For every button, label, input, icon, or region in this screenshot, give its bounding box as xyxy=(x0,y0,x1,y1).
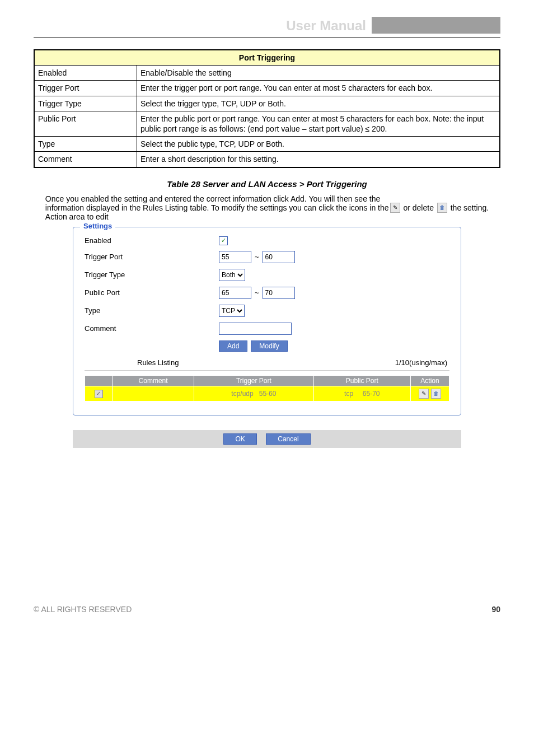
def-desc: Enter the trigger port or port range. Yo… xyxy=(137,81,500,96)
tilde-text: ~ xyxy=(255,288,259,297)
footer-manual: © ALL RIGHTS RESERVED xyxy=(34,605,132,614)
trigger-port-label: Trigger Port xyxy=(85,253,219,261)
enabled-checkbox[interactable]: ✓ xyxy=(219,236,228,245)
edit-note-pre: or delete xyxy=(401,203,436,212)
definitions-table: Port Triggering Enabled Enable/Disable t… xyxy=(34,49,500,168)
edit-icon: ✎ xyxy=(390,203,400,213)
table-row: Comment Enter a short description for th… xyxy=(34,152,500,167)
col-enabled xyxy=(85,375,113,386)
def-label: Enabled xyxy=(34,66,137,81)
footer-page-number: 90 xyxy=(491,605,500,614)
tilde-text: ~ xyxy=(255,253,259,261)
type-label: Type xyxy=(85,306,219,315)
footer-button-bar: OK Cancel xyxy=(73,430,461,448)
table-row: Enabled Enable/Disable the setting xyxy=(34,66,500,81)
def-desc: Enable/Disable the setting xyxy=(137,66,500,81)
def-label: Type xyxy=(34,137,137,152)
comment-label: Comment xyxy=(85,324,219,333)
cancel-button[interactable]: Cancel xyxy=(266,433,310,445)
col-comment: Comment xyxy=(113,375,194,386)
trash-icon: 🗑 xyxy=(437,203,447,213)
table-row: ✓ tcp/udp 55-60 tcp 65-70 ✎ 🗑 xyxy=(85,386,449,401)
add-button[interactable]: Add xyxy=(219,340,247,352)
type-select[interactable]: TCP xyxy=(219,305,245,317)
rules-divider xyxy=(85,370,449,371)
trigger-type-label: Trigger Type xyxy=(85,270,219,279)
table-row: Trigger Type Select the trigger type, TC… xyxy=(34,96,500,111)
ok-button[interactable]: OK xyxy=(223,433,256,445)
trigger-port-from-input[interactable] xyxy=(219,251,251,263)
rules-listing-label: Rules Listing xyxy=(87,358,179,367)
trigger-port-to-input[interactable] xyxy=(263,251,295,263)
public-port-from-input[interactable] xyxy=(219,287,251,299)
table-row: Trigger Port Enter the trigger port or p… xyxy=(34,81,500,96)
col-trigger-port: Trigger Port xyxy=(194,375,313,386)
table-caption: Table 28 Server and LAN Access > Port Tr… xyxy=(34,179,500,189)
table-row: Public Port Enter the public port or por… xyxy=(34,111,500,136)
edit-note-post: the setting. xyxy=(448,203,489,212)
public-port-label: Public Port xyxy=(85,288,219,297)
enabled-label: Enabled xyxy=(85,236,219,245)
def-label: Trigger Port xyxy=(34,81,137,96)
rules-count: 1/10(using/max) xyxy=(395,358,447,367)
row-trigger: tcp/udp 55-60 xyxy=(194,386,313,401)
comment-input[interactable] xyxy=(219,323,292,335)
def-label: Comment xyxy=(34,152,137,167)
edit-note-lead: Once you enabled the setting and entered… xyxy=(45,194,389,221)
edit-icon[interactable]: ✎ xyxy=(419,389,429,399)
row-public: tcp 65-70 xyxy=(313,386,410,401)
definitions-title: Port Triggering xyxy=(34,50,500,66)
header-gray-tab xyxy=(372,17,500,34)
row-comment xyxy=(113,386,194,401)
edit-note: Once you enabled the setting and entered… xyxy=(34,194,500,221)
header-user-manual: User Manual xyxy=(34,18,372,34)
def-label: Trigger Type xyxy=(34,96,137,111)
trash-icon[interactable]: 🗑 xyxy=(431,389,441,399)
settings-legend: Settings xyxy=(80,222,115,230)
def-desc: Select the public type, TCP, UDP or Both… xyxy=(137,137,500,152)
modify-button[interactable]: Modify xyxy=(251,340,287,352)
def-desc: Enter the public port or port range. You… xyxy=(137,111,500,136)
trigger-type-select[interactable]: Both xyxy=(219,269,245,281)
table-row: Type Select the public type, TCP, UDP or… xyxy=(34,137,500,152)
row-enabled-checkbox[interactable]: ✓ xyxy=(95,390,103,398)
public-port-to-input[interactable] xyxy=(263,287,295,299)
settings-fieldset: Settings Enabled ✓ Trigger Port ~ Trigge… xyxy=(73,227,461,416)
rules-table: Comment Trigger Port Public Port Action … xyxy=(85,375,449,402)
col-action: Action xyxy=(411,375,449,386)
def-label: Public Port xyxy=(34,111,137,136)
col-public-port: Public Port xyxy=(313,375,410,386)
screenshot-wrap: Settings Enabled ✓ Trigger Port ~ Trigge… xyxy=(73,227,461,448)
def-desc: Select the trigger type, TCP, UDP or Bot… xyxy=(137,96,500,111)
header-rule xyxy=(34,37,500,38)
def-desc: Enter a short description for this setti… xyxy=(137,152,500,167)
